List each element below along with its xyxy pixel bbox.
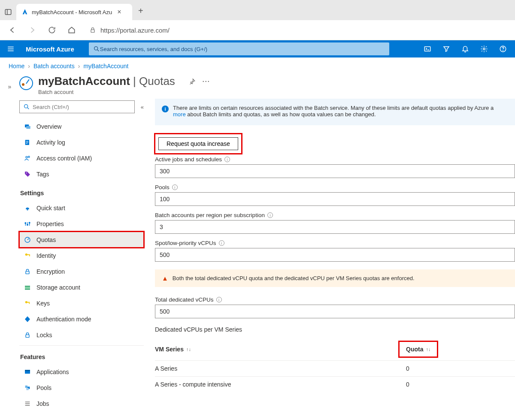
help-icon[interactable]: [494, 40, 512, 57]
jobs-icon: [24, 400, 31, 408]
sidebar-item-quick-start[interactable]: Quick start: [19, 200, 144, 216]
svg-point-6: [94, 47, 97, 50]
portal-menu-button[interactable]: [0, 45, 21, 53]
svg-rect-16: [26, 126, 30, 129]
warning-text: Both the total dedicated vCPU quota and …: [173, 275, 415, 281]
sidebar-search-input[interactable]: [33, 104, 131, 110]
sidebar-search-box[interactable]: [19, 100, 135, 113]
table-header-vm-series[interactable]: VM Series ↑↓: [155, 341, 399, 357]
field-value-active-jobs[interactable]: 300: [155, 164, 515, 178]
browser-tab-bar: myBatchAccount - Microsoft Azu × +: [0, 0, 515, 20]
sidebar-item-authentication-mode[interactable]: Authentication mode: [19, 311, 144, 327]
svg-point-27: [25, 222, 26, 224]
svg-rect-37: [25, 287, 30, 288]
global-search-box[interactable]: [89, 42, 389, 55]
sidebar-item-identity[interactable]: Identity: [19, 248, 144, 263]
sidebar-item-quotas[interactable]: Quotas: [19, 232, 144, 248]
table-header-quota[interactable]: Quota ↑↓: [399, 341, 437, 357]
properties-icon: [24, 220, 31, 228]
sidebar-item-tags[interactable]: Tags: [19, 166, 144, 182]
home-button[interactable]: [65, 24, 78, 36]
warning-banner: ▲ Both the total dedicated vCPU quota an…: [155, 269, 515, 287]
breadcrumb-batch-accounts[interactable]: Batch accounts: [33, 63, 75, 69]
search-icon: [93, 45, 100, 52]
cloud-shell-icon[interactable]: [418, 40, 437, 57]
iam-icon: [24, 154, 31, 162]
resource-sidebar: « Overview Activity log Access control (…: [19, 99, 144, 420]
svg-rect-0: [5, 9, 11, 15]
sidebar-item-activity-log[interactable]: Activity log: [19, 134, 144, 150]
storage-icon: [24, 284, 31, 291]
global-search-input[interactable]: [100, 46, 385, 52]
overview-icon: [24, 123, 31, 130]
svg-point-10: [483, 48, 485, 50]
info-tooltip-icon[interactable]: i: [224, 157, 230, 162]
sidebar-item-label: Locks: [36, 332, 52, 338]
row-vm-series: A Series: [155, 365, 399, 372]
info-text: There are limits on certain resources as…: [173, 105, 494, 119]
url-field[interactable]: https://portal.azure.com/: [85, 27, 509, 34]
sidebar-item-properties[interactable]: Properties: [19, 216, 144, 232]
sidebar-item-keys[interactable]: Keys: [19, 295, 144, 311]
sidebar-item-label: Quick start: [36, 205, 65, 212]
request-quota-increase-button[interactable]: Request quota increase: [158, 137, 238, 150]
settings-icon[interactable]: [475, 40, 494, 57]
directory-filter-icon[interactable]: [437, 40, 456, 57]
sidebar-item-label: Authentication mode: [36, 316, 91, 323]
sidebar-group-features: Features: [19, 345, 144, 364]
sidebar-toggle-icon[interactable]: [4, 8, 12, 16]
field-label-pools: Pools i: [155, 184, 515, 190]
notifications-icon[interactable]: [456, 40, 475, 57]
svg-rect-2: [91, 30, 94, 32]
collapse-breadcrumb-button[interactable]: »: [0, 75, 19, 420]
sidebar-item-applications[interactable]: Applications: [19, 364, 144, 380]
refresh-button[interactable]: [45, 24, 58, 36]
table-row[interactable]: A Series 0: [155, 360, 515, 376]
sidebar-item-pools[interactable]: Pools: [19, 380, 144, 396]
field-value-spot-vcpus[interactable]: 500: [155, 248, 515, 262]
search-icon: [23, 103, 30, 110]
table-row[interactable]: A Series - compute intensive 0: [155, 376, 515, 392]
sidebar-item-storage-account[interactable]: Storage account: [19, 279, 144, 295]
applications-icon: [24, 368, 31, 376]
row-quota: 0: [399, 365, 515, 372]
breadcrumb-home[interactable]: Home: [9, 63, 24, 69]
svg-rect-34: [29, 255, 30, 256]
brand-label[interactable]: Microsoft Azure: [21, 45, 85, 53]
tab-close-button[interactable]: ×: [115, 8, 123, 16]
sidebar-item-overview[interactable]: Overview: [19, 118, 144, 134]
pin-icon[interactable]: [189, 78, 196, 85]
info-tooltip-icon[interactable]: i: [267, 212, 273, 218]
svg-rect-47: [26, 388, 28, 390]
sidebar-item-locks[interactable]: Locks: [19, 327, 144, 343]
tab-title: myBatchAccount - Microsoft Azu: [32, 9, 112, 15]
info-banner: i There are limits on certain resources …: [155, 99, 515, 125]
field-value-pools[interactable]: 100: [155, 192, 515, 206]
info-tooltip-icon[interactable]: i: [172, 184, 178, 190]
svg-point-22: [28, 156, 30, 157]
learn-more-link[interactable]: more: [173, 111, 186, 118]
field-value-total-vcpus[interactable]: 500: [155, 305, 515, 318]
breadcrumb-current[interactable]: myBatchAccount: [83, 63, 128, 69]
sidebar-item-label: Jobs: [36, 400, 49, 407]
sidebar-item-label: Applications: [36, 369, 69, 375]
more-icon[interactable]: ···: [203, 78, 210, 85]
sidebar-item-jobs[interactable]: Jobs: [19, 396, 144, 411]
svg-point-28: [27, 224, 28, 225]
locks-icon: [24, 331, 31, 339]
sidebar-item-label: Storage account: [36, 284, 80, 291]
tags-icon: [24, 170, 31, 178]
new-tab-button[interactable]: +: [132, 6, 149, 20]
sidebar-item-encryption[interactable]: Encryption: [19, 263, 144, 279]
svg-rect-45: [25, 385, 27, 387]
back-button[interactable]: [6, 24, 19, 36]
breadcrumb: Home › Batch accounts › myBatchAccount: [0, 57, 515, 75]
sidebar-item-access-control[interactable]: Access control (IAM): [19, 150, 144, 166]
chevron-right-icon: ›: [28, 63, 30, 69]
info-tooltip-icon[interactable]: i: [219, 240, 224, 246]
field-value-batch-accounts[interactable]: 3: [155, 220, 515, 234]
info-tooltip-icon[interactable]: i: [216, 297, 222, 302]
browser-tab[interactable]: myBatchAccount - Microsoft Azu ×: [16, 4, 132, 20]
info-icon: i: [162, 106, 169, 112]
collapse-sidebar-button[interactable]: «: [141, 104, 144, 110]
